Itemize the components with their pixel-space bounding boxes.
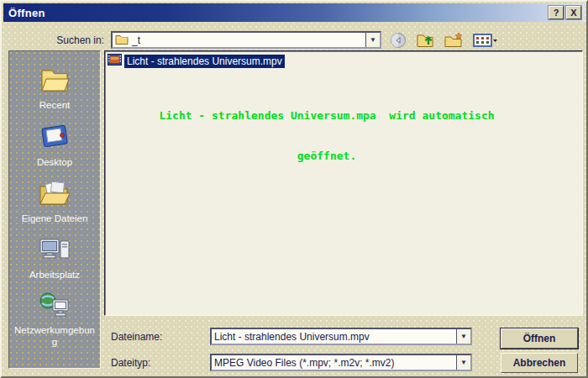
folder-icon	[115, 34, 129, 47]
window-title: Öffnen	[8, 7, 45, 19]
look-in-dropdown-arrow[interactable]: ▼	[365, 33, 380, 47]
file-row[interactable]: Licht - strahlendes Universum.mpv	[108, 54, 285, 69]
filetype-value: MPEG Video Files (*.mpv; *.m2v; *.mv2)	[212, 357, 456, 369]
auto-open-message-line1: Licht - strahlendes Universum.mpa wird a…	[105, 109, 549, 123]
sidebar-item-network-places[interactable]: Netzwerkumgebung	[13, 291, 97, 348]
sidebar-item-label: Eigene Dateien	[22, 213, 88, 224]
auto-open-message: Licht - strahlendes Universum.mpa wird a…	[105, 82, 549, 190]
filename-label: Dateiname:	[111, 331, 162, 343]
media-file-icon	[108, 54, 122, 69]
titlebar-buttons: ? X	[549, 6, 581, 19]
sidebar-item-label: Recent	[39, 99, 70, 111]
filetype-combobox[interactable]: MPEG Video Files (*.mpv; *.m2v; *.mv2) ▼	[210, 354, 472, 371]
sidebar-item-label: Netzwerkumgebung	[13, 324, 97, 348]
go-to-last-folder-icon[interactable]	[388, 30, 408, 50]
sidebar-item-recent[interactable]: Recent	[13, 66, 97, 111]
cancel-button[interactable]: Abbrechen	[501, 353, 578, 373]
up-one-level-icon[interactable]	[416, 30, 436, 50]
my-computer-icon	[39, 236, 71, 266]
dialog-toolbar	[388, 30, 500, 50]
filename-dropdown-arrow[interactable]: ▼	[456, 329, 470, 344]
create-new-folder-icon[interactable]	[444, 30, 464, 50]
file-list[interactable]: Licht - strahlendes Universum.mpv Licht …	[104, 50, 583, 316]
auto-open-message-line2: geöffnet.	[105, 150, 549, 163]
my-documents-icon	[38, 180, 71, 210]
help-button[interactable]: ?	[549, 6, 564, 19]
sidebar-item-label: Desktop	[37, 156, 72, 168]
close-button[interactable]: X	[566, 6, 581, 19]
open-file-dialog: Öffnen ? X Suchen in: _t ▼	[0, 0, 588, 378]
network-places-icon	[38, 291, 71, 322]
filetype-dropdown-arrow[interactable]: ▼	[456, 355, 470, 370]
places-bar: Recent Desktop Eigene Datei	[8, 50, 101, 369]
sidebar-item-my-computer[interactable]: Arbeitsplatz	[13, 236, 97, 281]
sidebar-item-label: Arbeitsplatz	[29, 269, 80, 281]
filename-combobox[interactable]: ▼	[210, 328, 472, 345]
title-bar[interactable]: Öffnen ? X	[3, 3, 585, 22]
sidebar-item-my-documents[interactable]: Eigene Dateien	[13, 180, 97, 224]
view-menu-icon[interactable]	[471, 30, 500, 50]
look-in-value: _t	[132, 34, 140, 46]
desktop-icon	[39, 122, 71, 154]
filename-input[interactable]	[212, 330, 456, 344]
recent-folder-icon	[39, 66, 71, 97]
sidebar-item-desktop[interactable]: Desktop	[13, 122, 97, 168]
filetype-label: Dateityp:	[111, 357, 150, 369]
look-in-combobox[interactable]: _t ▼	[111, 31, 381, 49]
look-in-label: Suchen in:	[18, 34, 104, 46]
selected-file-name: Licht - strahlendes Universum.mpv	[124, 55, 285, 68]
open-button[interactable]: Öffnen	[501, 328, 578, 349]
